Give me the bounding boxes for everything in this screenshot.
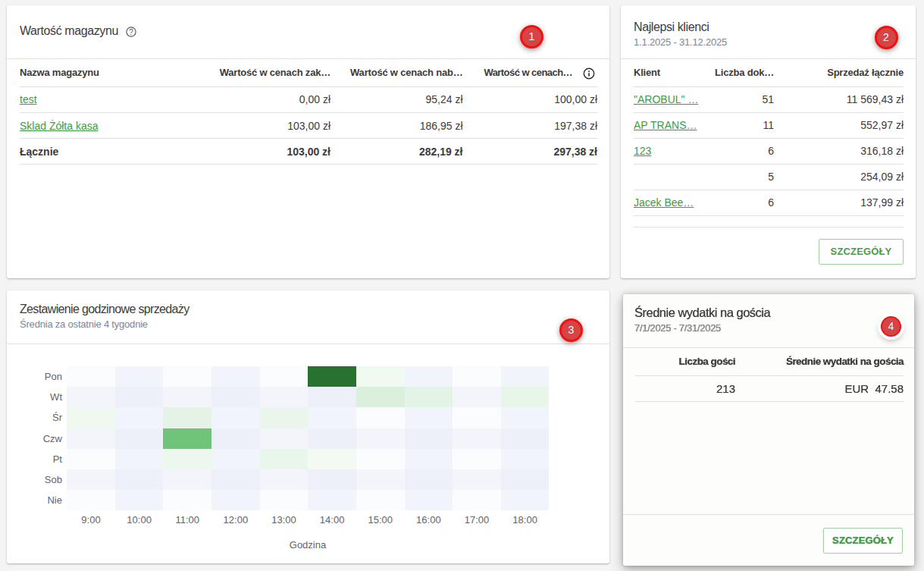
svg-text:?: ? <box>130 28 134 36</box>
